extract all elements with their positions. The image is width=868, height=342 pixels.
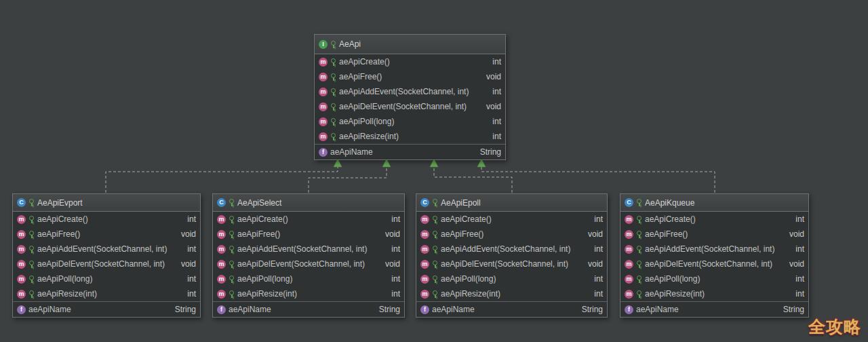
method-signature: aeApiResize(int) — [237, 289, 383, 299]
method-row[interactable]: maeApiPoll(long)int — [213, 271, 404, 286]
class-name-label: AeApiKqueue — [645, 198, 694, 208]
class-name-label: AeApiSelect — [237, 198, 281, 208]
class-icon: C — [17, 198, 26, 207]
method-row[interactable]: maeApiFree()void — [213, 227, 404, 242]
visibility-public-icon — [28, 215, 35, 224]
class-header-aeapiepoll[interactable]: CAeApiEpoll — [416, 194, 607, 212]
visibility-public-icon — [330, 117, 336, 126]
class-header-aeapi[interactable]: IAeApi — [315, 35, 505, 54]
method-row[interactable]: maeApiDelEvent(SocketChannel, int)void — [416, 256, 607, 271]
method-row[interactable]: maeApiFree()void — [315, 69, 505, 84]
class-box-aeapikqueue[interactable]: CAeApiKqueuemaeApiCreate()intmaeApiFree(… — [620, 193, 809, 318]
method-icon: m — [17, 290, 26, 299]
visibility-public-icon — [636, 275, 642, 284]
method-signature: aeApiPoll(long) — [339, 117, 484, 126]
visibility-public-icon — [432, 275, 438, 284]
method-row[interactable]: maeApiFree()void — [13, 227, 200, 242]
method-row[interactable]: maeApiAddEvent(SocketChannel, int)int — [620, 242, 808, 256]
method-row[interactable]: maeApiCreate()int — [213, 212, 404, 227]
method-icon: m — [420, 275, 429, 284]
method-row[interactable]: maeApiDelEvent(SocketChannel, int)void — [315, 99, 505, 114]
class-box-aeapiepoll[interactable]: CAeApiEpollmaeApiCreate()intmaeApiFree()… — [416, 193, 608, 318]
method-row[interactable]: maeApiCreate()int — [620, 212, 808, 227]
method-signature: aeApiResize(int) — [339, 132, 484, 141]
field-row[interactable]: faeApiNameString — [416, 301, 607, 317]
field-row[interactable]: faeApiNameString — [13, 301, 200, 317]
method-icon: m — [17, 275, 26, 284]
method-return-type: void — [181, 259, 196, 269]
method-row[interactable]: maeApiPoll(long)int — [13, 271, 200, 286]
method-row[interactable]: maeApiDelEvent(SocketChannel, int)void — [13, 256, 200, 271]
method-row[interactable]: maeApiResize(int)int — [416, 286, 607, 301]
method-signature: aeApiFree() — [339, 72, 478, 81]
method-return-type: int — [391, 244, 400, 254]
method-signature: aeApiAddEvent(SocketChannel, int) — [339, 87, 484, 96]
method-return-type: void — [385, 259, 400, 269]
field-name: aeApiName — [229, 305, 371, 314]
diagram-canvas[interactable]: IAeApimaeApiCreate()intmaeApiFree()voidm… — [0, 0, 868, 342]
method-row[interactable]: maeApiResize(int)int — [620, 286, 808, 301]
method-row[interactable]: maeApiCreate()int — [315, 54, 505, 69]
method-row[interactable]: maeApiDelEvent(SocketChannel, int)void — [620, 256, 808, 271]
evport-implements-aeapi-line — [106, 167, 338, 193]
field-row[interactable]: faeApiNameString — [620, 301, 808, 317]
class-box-aeapi[interactable]: IAeApimaeApiCreate()intmaeApiFree()voidm… — [314, 34, 506, 160]
method-row[interactable]: maeApiAddEvent(SocketChannel, int)int — [213, 242, 404, 256]
class-box-aeapievport[interactable]: CAeApiEvportmaeApiCreate()intmaeApiFree(… — [12, 193, 201, 318]
method-row[interactable]: maeApiResize(int)int — [13, 286, 200, 301]
method-icon: m — [625, 290, 633, 299]
field-row[interactable]: faeApiNameString — [315, 144, 505, 159]
method-row[interactable]: maeApiAddEvent(SocketChannel, int)int — [13, 242, 200, 256]
visibility-public-icon — [330, 58, 336, 66]
method-row[interactable]: maeApiResize(int)int — [213, 286, 404, 301]
method-icon: m — [420, 260, 429, 269]
method-return-type: int — [795, 244, 804, 254]
method-signature: aeApiCreate() — [645, 214, 787, 224]
method-row[interactable]: maeApiResize(int)int — [315, 129, 505, 144]
method-icon: m — [319, 73, 328, 81]
method-signature: aeApiResize(int) — [37, 289, 179, 299]
method-row[interactable]: maeApiFree()void — [416, 227, 607, 242]
method-row[interactable]: maeApiPoll(long)int — [315, 114, 505, 129]
class-header-aeapievport[interactable]: CAeApiEvport — [13, 194, 200, 212]
watermark-text: 全攻略 — [808, 316, 861, 338]
class-header-aeapiselect[interactable]: CAeApiSelect — [213, 194, 404, 212]
visibility-public-icon — [330, 73, 336, 81]
visibility-public-icon — [28, 260, 35, 269]
visibility-public-icon — [229, 275, 235, 284]
method-return-type: void — [789, 229, 804, 239]
method-return-type: int — [795, 214, 804, 224]
method-return-type: int — [594, 289, 603, 299]
method-row[interactable]: maeApiFree()void — [620, 227, 808, 242]
visibility-public-icon — [28, 245, 35, 254]
method-row[interactable]: maeApiAddEvent(SocketChannel, int)int — [315, 84, 505, 99]
method-signature: aeApiFree() — [645, 229, 781, 239]
method-row[interactable]: maeApiCreate()int — [416, 212, 607, 227]
visibility-public-icon — [432, 230, 438, 239]
visibility-public-icon — [229, 198, 235, 207]
method-icon: m — [420, 290, 429, 299]
method-icon: m — [217, 230, 226, 239]
method-signature: aeApiCreate() — [339, 57, 484, 66]
visibility-public-icon — [229, 215, 235, 224]
method-row[interactable]: maeApiCreate()int — [13, 212, 200, 227]
method-row[interactable]: maeApiPoll(long)int — [416, 271, 607, 286]
method-row[interactable]: maeApiAddEvent(SocketChannel, int)int — [416, 242, 607, 256]
field-name: aeApiName — [432, 305, 574, 314]
visibility-public-icon — [229, 260, 235, 269]
class-box-aeapiselect[interactable]: CAeApiSelectmaeApiCreate()intmaeApiFree(… — [212, 193, 405, 318]
method-return-type: int — [187, 244, 196, 254]
method-row[interactable]: maeApiDelEvent(SocketChannel, int)void — [213, 256, 404, 271]
method-row[interactable]: maeApiPoll(long)int — [620, 271, 808, 286]
field-row[interactable]: faeApiNameString — [213, 301, 404, 317]
method-signature: aeApiPoll(long) — [37, 274, 179, 284]
class-header-aeapikqueue[interactable]: CAeApiKqueue — [620, 194, 808, 212]
method-icon: m — [625, 245, 633, 254]
method-return-type: int — [492, 57, 501, 66]
visibility-public-icon — [432, 215, 438, 224]
method-icon: m — [17, 215, 26, 224]
class-icon: C — [420, 198, 429, 207]
method-icon: m — [17, 245, 26, 254]
method-icon: m — [420, 245, 429, 254]
method-return-type: int — [187, 274, 196, 284]
